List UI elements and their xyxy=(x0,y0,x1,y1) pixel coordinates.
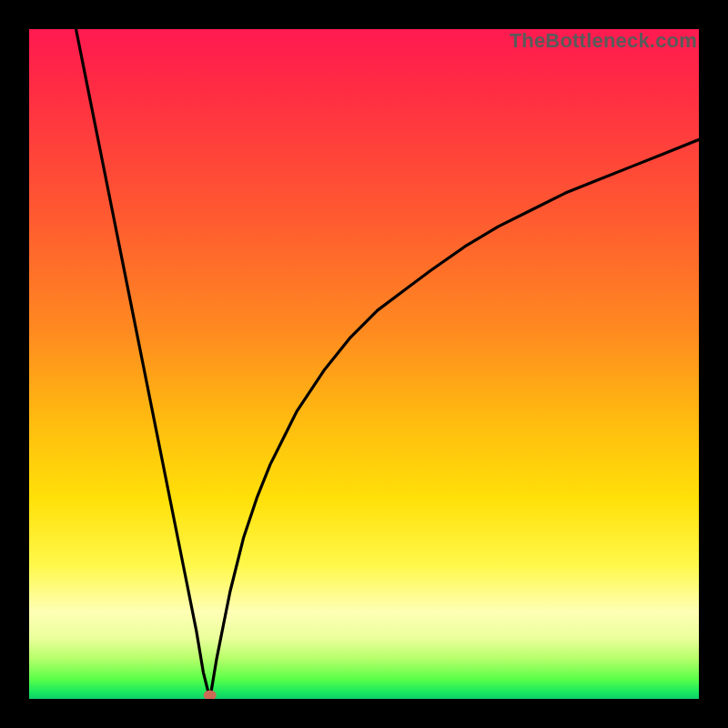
curve-left-branch xyxy=(76,29,210,699)
plot-area: TheBottleneck.com xyxy=(29,29,699,699)
vertex-marker xyxy=(204,691,217,700)
curve-layer xyxy=(29,29,699,699)
curve-right-branch xyxy=(210,139,699,699)
chart-frame: TheBottleneck.com xyxy=(0,0,728,728)
